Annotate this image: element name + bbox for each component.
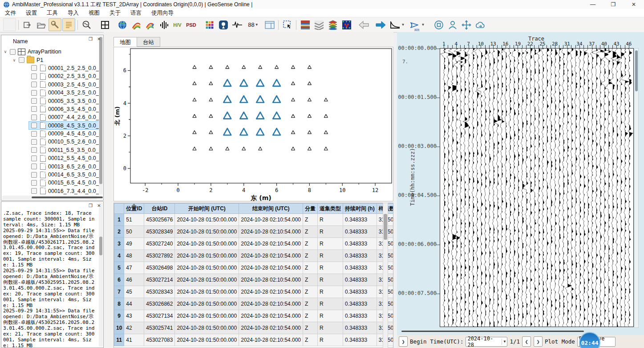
- tree-item[interactable]: ∨P1: [1, 56, 99, 64]
- tree-checkbox[interactable]: [31, 82, 37, 87]
- column-header[interactable]: 持续时间 (h): [343, 204, 377, 214]
- dock-close-icon[interactable]: ✕: [96, 36, 102, 42]
- tree-item[interactable]: 00009_4.5_4.5_0.0_0: [1, 130, 99, 138]
- tree-checkbox[interactable]: [31, 164, 37, 169]
- column-header[interactable]: 道集类型: [318, 204, 343, 214]
- group-expand-button[interactable]: ❯: [399, 336, 408, 347]
- column-header[interactable]: 分量: [303, 204, 318, 214]
- hv-ratio-icon[interactable]: H/V: [171, 18, 184, 31]
- menu-wizard[interactable]: 使用向导: [146, 9, 178, 17]
- tree-checkbox[interactable]: [31, 123, 37, 128]
- table-row[interactable]: 8444530268622024-10-28 01:50:00.0002024-…: [114, 298, 394, 310]
- tree-checkbox[interactable]: [31, 180, 37, 186]
- tree-item[interactable]: 00016_7.3_4.4_0.0_0: [1, 187, 99, 195]
- tree-item[interactable]: 00007_4.4_2.6_0.0_0: [1, 113, 99, 121]
- column-header[interactable]: 结束时间 (UTC): [239, 204, 303, 214]
- tree-checkbox[interactable]: [31, 65, 37, 71]
- tree-checkbox[interactable]: [31, 115, 37, 120]
- tree-item[interactable]: 00012_5.5_4.5_0.0_0: [1, 154, 99, 162]
- dock-float-icon[interactable]: ❐: [88, 36, 93, 42]
- menu-tools[interactable]: 工具: [42, 9, 63, 17]
- tree-item[interactable]: 00006_3.5_4.5_0.0_0: [1, 105, 99, 113]
- tree-item[interactable]: 00008_4.5_3.5_0.0_0: [1, 122, 99, 130]
- prev-page-button[interactable]: ❮: [522, 336, 531, 347]
- menu-language[interactable]: 语言: [126, 9, 146, 17]
- tree-horizontal-scrollbar[interactable]: [2, 196, 97, 199]
- wave-line-icon[interactable]: [231, 18, 243, 31]
- seismic-section-icon[interactable]: [299, 18, 312, 31]
- tree-item[interactable]: 00003_2.5_4.5_0.0_0: [1, 81, 99, 89]
- table-row[interactable]: 2504530283492024-10-28 01:50:00.0002024-…: [114, 226, 394, 238]
- globe-icon[interactable]: [116, 18, 129, 31]
- user-icon[interactable]: [446, 18, 459, 31]
- table-row[interactable]: 6464530272142024-10-28 01:50:00.0002024-…: [114, 274, 394, 286]
- log-vertical-scrollbar[interactable]: [99, 203, 103, 347]
- seismic-vertical-scrollbar[interactable]: [634, 48, 639, 328]
- expander-icon[interactable]: ∨: [12, 58, 16, 62]
- tree-item[interactable]: 00002_2.5_3.5_0.0_0: [1, 72, 99, 80]
- grid-layout-icon[interactable]: [98, 18, 111, 31]
- rainbow-icon[interactable]: [130, 18, 142, 31]
- next-page-button[interactable]: ❯: [534, 336, 543, 347]
- gray-waves-icon[interactable]: [312, 18, 325, 31]
- close-button[interactable]: ✕: [624, 0, 644, 9]
- tree-checkbox[interactable]: [31, 156, 37, 161]
- table-vertical-scrollbar[interactable]: [383, 203, 388, 348]
- psd-icon[interactable]: PSD: [185, 18, 198, 31]
- table-row[interactable]: 3494530272402024-10-28 01:50:00.0002024-…: [114, 238, 394, 250]
- select-region-icon[interactable]: [281, 18, 294, 31]
- table-row[interactable]: 11414530270832024-10-28 01:50:00.0002024…: [114, 334, 394, 346]
- tree-checkbox[interactable]: [10, 49, 16, 55]
- back-arrow-icon[interactable]: [357, 18, 370, 31]
- waveform-bars-icon[interactable]: [157, 18, 170, 31]
- panel-layout-icon[interactable]: [263, 18, 276, 31]
- expander-icon[interactable]: ∨: [3, 49, 8, 54]
- tree-item[interactable]: 00015_6.5_4.5_0.0_0: [1, 179, 99, 187]
- tree-checkbox[interactable]: [31, 188, 37, 194]
- tree-checkbox[interactable]: [31, 147, 37, 153]
- forward-arrow-icon[interactable]: [374, 18, 387, 31]
- tree-checkbox[interactable]: [31, 90, 37, 96]
- dock-close-icon[interactable]: ✕: [96, 203, 102, 209]
- tree-item[interactable]: 00010_5.5_2.6_0.0_0: [1, 138, 99, 146]
- clock-widget[interactable]: 02:44: [579, 332, 600, 348]
- minimize-button[interactable]: —: [583, 0, 603, 9]
- tree-item[interactable]: 00004_3.5_2.5_0.0_0: [1, 89, 99, 97]
- log-list-icon[interactable]: [62, 18, 75, 31]
- tree-checkbox[interactable]: [19, 57, 24, 63]
- tree-item[interactable]: 00011_5.5_3.5_0.0_0: [1, 146, 99, 154]
- begin-time-select[interactable]: 2024-10-28▼: [466, 337, 507, 347]
- dock-float-icon[interactable]: ❐: [88, 203, 93, 209]
- table-row[interactable]: 9434530271342024-10-28 01:50:00.0002024-…: [114, 310, 394, 322]
- menu-import[interactable]: 导入: [63, 9, 84, 17]
- dispersion-tool-icon[interactable]: ▼ 频散: [407, 18, 427, 31]
- menu-about[interactable]: 关于: [105, 9, 126, 17]
- seismic-horizontal-scrollbar[interactable]: [401, 330, 630, 333]
- color-grid-icon[interactable]: [203, 18, 216, 31]
- tree-item[interactable]: 00014_6.5_3.5_0.0_0: [1, 171, 99, 179]
- move-pan-icon[interactable]: [460, 18, 473, 31]
- open-folder-icon[interactable]: [35, 18, 48, 31]
- search-waveform-icon[interactable]: [80, 18, 93, 31]
- station-map-plot[interactable]: -20246810120246东 (m)北 (m): [114, 47, 393, 201]
- table-row[interactable]: 10424530257412024-10-28 01:50:00.0002024…: [114, 322, 394, 334]
- mosaic-icon[interactable]: [340, 18, 353, 31]
- map-pin-icon[interactable]: [217, 18, 230, 31]
- tree-checkbox[interactable]: [31, 106, 37, 112]
- tree-item[interactable]: ∨ArrayPartition: [1, 48, 99, 56]
- tree-checkbox[interactable]: [31, 74, 37, 79]
- tab-stations[interactable]: 台站: [137, 37, 160, 47]
- table-row[interactable]: 1514530256762024-10-28 01:50:00.0002024-…: [114, 214, 394, 226]
- tab-map[interactable]: 地图: [113, 37, 137, 47]
- tree-checkbox[interactable]: [31, 172, 37, 178]
- menu-file[interactable]: 文件: [0, 9, 21, 17]
- decay-curve-icon[interactable]: ▼: [388, 18, 406, 31]
- tree-checkbox[interactable]: [31, 131, 37, 137]
- tree-item[interactable]: 00013_6.5_2.6_0.0_0: [1, 162, 99, 170]
- tools-wrench-icon[interactable]: [49, 18, 61, 31]
- seismic-plot-frame[interactable]: [440, 48, 634, 327]
- restore-button[interactable]: ❐: [603, 0, 624, 9]
- column-header[interactable]: 开始时间 (UTC): [175, 204, 239, 214]
- rainbow-arrow-icon[interactable]: [143, 18, 156, 31]
- cloud-sync-icon[interactable]: [474, 18, 486, 31]
